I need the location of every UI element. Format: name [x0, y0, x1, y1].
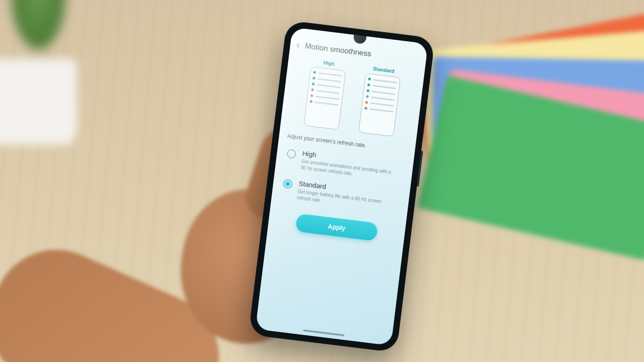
- radio-high[interactable]: [286, 149, 296, 159]
- preview-high[interactable]: High: [302, 58, 349, 130]
- preview-standard-mock: [358, 73, 401, 137]
- page-title: Motion smoothness: [305, 41, 372, 58]
- colored-papers: [404, 12, 644, 215]
- plant-pot: [0, 59, 77, 145]
- phone-screen: ‹ Motion smoothness High Stand: [255, 27, 428, 346]
- smartphone: ‹ Motion smoothness High Stand: [248, 20, 435, 353]
- radio-standard[interactable]: [283, 179, 293, 189]
- preview-high-mock: [304, 67, 346, 130]
- preview-standard[interactable]: Standard: [357, 65, 404, 137]
- back-icon[interactable]: ‹: [296, 40, 300, 51]
- cactus-plant: [5, 0, 72, 63]
- home-indicator[interactable]: [303, 329, 344, 336]
- photo-scene: ‹ Motion smoothness High Stand: [0, 0, 644, 362]
- apply-button[interactable]: Apply: [295, 214, 378, 242]
